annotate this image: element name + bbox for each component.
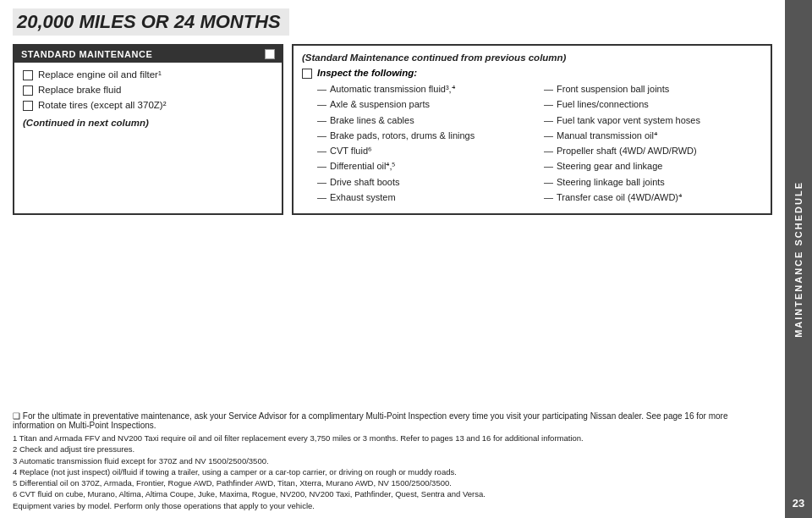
list-item: —Transfer case oil (4WD/AWD)⁴	[544, 191, 762, 203]
list-item: —Brake pads, rotors, drums & linings	[317, 130, 535, 141]
line-text: Axle & suspension parts	[330, 98, 430, 110]
side-tab: MAINTENANCE SCHEDULE 23	[785, 0, 812, 518]
list-item: —Propeller shaft (4WD/ AWD/RWD)	[544, 145, 762, 157]
line-text: Fuel tank vapor vent system hoses	[557, 114, 700, 126]
content-area: STANDARD MAINTENANCE Replace engine oil …	[13, 44, 772, 215]
list-item: —Brake lines & cables	[317, 114, 535, 126]
continued-note: (Continued in next column)	[23, 118, 273, 128]
line-text: Manual transmission oil⁴	[557, 130, 657, 141]
list-item: —Automatic transmission fluid³,⁴	[317, 83, 535, 95]
item-text: Replace brake fluid	[38, 85, 121, 95]
left-box-title: STANDARD MAINTENANCE	[21, 49, 152, 59]
left-box-body: Replace engine oil and filter¹ Replace b…	[14, 63, 282, 135]
line-text: Drive shaft boots	[330, 176, 400, 188]
list-item: —Differential oil⁴,⁵	[317, 160, 535, 172]
list-item: —Steering gear and linkage	[544, 160, 762, 172]
line-text: Front suspension ball joints	[557, 83, 669, 95]
dash-icon: —	[317, 161, 326, 171]
list-item: —Axle & suspension parts	[317, 98, 535, 110]
line-text: Brake lines & cables	[330, 114, 414, 126]
footer-note: 6 CVT fluid on cube, Murano, Altima, Alt…	[13, 488, 749, 499]
list-item: Replace brake fluid	[23, 85, 273, 96]
dash-icon: —	[544, 146, 553, 156]
item-text: Replace engine oil and filter¹	[38, 69, 162, 80]
line-text: Steering gear and linkage	[557, 160, 662, 172]
inspect-heading-text: Inspect the following:	[317, 68, 417, 78]
dash-icon: —	[544, 130, 553, 141]
dash-icon: —	[544, 161, 553, 171]
footer-note: 2 Check and adjust tire pressures.	[13, 444, 749, 455]
list-item: —CVT fluid⁶	[317, 145, 535, 157]
header-checkbox-icon	[265, 49, 275, 59]
side-tab-label: MAINTENANCE SCHEDULE	[793, 181, 804, 338]
line-text: Propeller shaft (4WD/ AWD/RWD)	[557, 145, 697, 157]
dash-icon: —	[317, 130, 326, 141]
dash-icon: —	[317, 99, 326, 109]
right-box: (Standard Maintenance continued from pre…	[292, 44, 772, 215]
list-item: —Drive shaft boots	[317, 176, 535, 188]
line-text: Differential oil⁴,⁵	[330, 160, 396, 172]
list-item: —Front suspension ball joints	[544, 83, 762, 95]
footer-small-notes: 1 Titan and Armada FFV and NV200 Taxi re…	[13, 433, 749, 511]
dash-icon: —	[544, 115, 553, 125]
two-col-list: —Automatic transmission fluid³,⁴—Axle & …	[317, 83, 762, 207]
footer-main-note: ❑ For the ultimate in preventative maint…	[13, 411, 749, 430]
footer-note: 5 Differential oil on 370Z, Armada, Fron…	[13, 477, 749, 488]
footer-note: 4 Replace (not just inspect) oil/fluid i…	[13, 466, 749, 477]
line-text: Brake pads, rotors, drums & linings	[330, 130, 475, 141]
dash-icon: —	[317, 192, 326, 202]
dash-icon: —	[317, 146, 326, 156]
dash-icon: —	[544, 192, 553, 202]
footer-note: Equipment varies by model. Perform only …	[13, 500, 749, 511]
left-box-header: STANDARD MAINTENANCE	[14, 46, 282, 63]
footer-notes: ❑ For the ultimate in preventative maint…	[13, 411, 749, 511]
inspect-checkbox-icon[interactable]	[302, 69, 312, 79]
line-text: Transfer case oil (4WD/AWD)⁴	[557, 191, 682, 203]
col-right: —Front suspension ball joints—Fuel lines…	[544, 83, 762, 207]
left-box: STANDARD MAINTENANCE Replace engine oil …	[13, 44, 283, 215]
footer-note: 1 Titan and Armada FFV and NV200 Taxi re…	[13, 433, 749, 444]
line-text: Fuel lines/connections	[557, 98, 649, 110]
line-text: Exhaust system	[330, 191, 396, 203]
page-number: 23	[785, 497, 812, 510]
list-item: Rotate tires (except all 370Z)²	[23, 100, 273, 111]
col-left: —Automatic transmission fluid³,⁴—Axle & …	[317, 83, 535, 207]
list-item: —Manual transmission oil⁴	[544, 130, 762, 141]
list-item: —Fuel tank vapor vent system hoses	[544, 114, 762, 126]
line-text: Steering linkage ball joints	[557, 176, 665, 188]
dash-icon: —	[544, 84, 553, 94]
item-text: Rotate tires (except all 370Z)²	[38, 100, 166, 110]
checkbox-icon[interactable]	[23, 70, 33, 80]
checkbox-icon[interactable]	[23, 85, 33, 96]
dash-icon: —	[317, 84, 326, 94]
line-text: CVT fluid⁶	[330, 145, 371, 157]
page-title: 20,000 MILES OR 24 MONTHS	[13, 8, 289, 36]
dash-icon: —	[317, 115, 326, 125]
footer-note: 3 Automatic transmission fluid except fo…	[13, 455, 749, 466]
list-item: Replace engine oil and filter¹	[23, 69, 273, 80]
main-content: 20,000 MILES OR 24 MONTHS STANDARD MAINT…	[0, 0, 785, 518]
checkbox-icon[interactable]	[23, 101, 33, 111]
dash-icon: —	[317, 177, 326, 187]
dash-icon: —	[544, 99, 553, 109]
right-box-title: (Standard Maintenance continued from pre…	[302, 52, 762, 63]
line-text: Automatic transmission fluid³,⁴	[330, 83, 455, 95]
list-item: —Exhaust system	[317, 191, 535, 203]
inspect-heading: Inspect the following:	[302, 68, 762, 79]
list-item: —Steering linkage ball joints	[544, 176, 762, 188]
dash-icon: —	[544, 177, 553, 187]
list-item: —Fuel lines/connections	[544, 98, 762, 110]
